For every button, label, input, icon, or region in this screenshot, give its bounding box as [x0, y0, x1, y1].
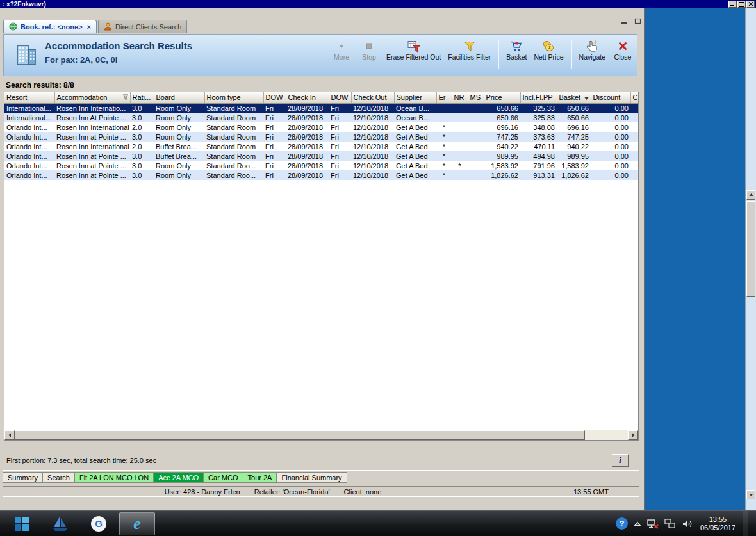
taskbar-app-sailboat[interactable]	[42, 512, 78, 535]
taskbar-app-windows-logo[interactable]	[4, 512, 40, 535]
maximize-icon	[739, 2, 744, 7]
cell-rating: 2.0	[130, 142, 154, 151]
minimize-button[interactable]	[728, 1, 737, 8]
col-header-basket[interactable]: Basket	[557, 92, 591, 103]
cell-price: 1,826.62	[484, 170, 520, 180]
toolbar-erase-filtered-out[interactable]: Erase Filtered Out	[386, 39, 441, 61]
tray-help-button[interactable]: ?	[616, 517, 628, 530]
result-row-8[interactable]: Orlando Int...Rosen Inn at Pointe ...3.0…	[4, 170, 639, 180]
bottom-tab-search[interactable]: Search	[43, 472, 75, 483]
col-header-discount[interactable]: Discount	[591, 92, 630, 103]
col-header-c[interactable]: C	[630, 92, 639, 103]
system-tray: ? 13:55 06/05/2017	[616, 511, 748, 536]
tab-close-icon[interactable]: ×	[87, 23, 91, 31]
scroll-left-button[interactable]	[4, 430, 15, 440]
col-header-ms[interactable]: MS	[468, 92, 484, 103]
close-button[interactable]	[746, 1, 755, 8]
cell-er: *	[436, 161, 452, 170]
toolbar-basket[interactable]: Basket	[506, 39, 527, 61]
maximize-button[interactable]	[737, 1, 746, 8]
toolbar-facilities-filter[interactable]: Facilities Filter	[448, 39, 491, 61]
scroll-right-button[interactable]	[628, 430, 638, 440]
col-header-check-in[interactable]: Check In	[286, 92, 329, 103]
mdi-tabbar: Book. ref.: <none>×Direct Clients Search	[3, 19, 639, 33]
cell-nr	[452, 103, 468, 113]
tab-direct-clients-search[interactable]: Direct Clients Search	[98, 20, 187, 33]
col-header-dow-out[interactable]: DOW	[329, 92, 351, 103]
col-header-incl-fl-pp[interactable]: Incl.Fl.PP	[520, 92, 557, 103]
result-row-1[interactable]: International...Rosen Inn Internatio...3…	[4, 103, 639, 113]
erase-filter-icon	[407, 40, 420, 53]
tab-book-ref-none[interactable]: Book. ref.: <none>×	[3, 20, 97, 33]
taskbar-app-ie-e[interactable]: e	[119, 512, 155, 535]
tray-net-button[interactable]	[664, 519, 676, 529]
cell-dow-in: Fri	[263, 151, 286, 161]
cell-accommodation: Rosen Inn International	[54, 142, 130, 151]
col-header-dow-in[interactable]: DOW	[263, 92, 286, 103]
cell-rating: 3.0	[130, 132, 154, 142]
toolbar-label: Stop	[362, 53, 376, 61]
result-row-5[interactable]: Orlando Int...Rosen Inn International2.0…	[4, 142, 639, 151]
result-row-2[interactable]: International...Rosen Inn At Pointe ...3…	[4, 113, 639, 122]
scroll-track[interactable]	[15, 430, 628, 440]
col-header-price[interactable]: Price	[484, 92, 520, 103]
cell-c	[630, 122, 639, 132]
nett-price-icon	[542, 40, 555, 53]
column-sort-icon[interactable]	[584, 95, 589, 102]
col-header-er[interactable]: Er	[436, 92, 452, 103]
col-header-supplier[interactable]: Supplier	[394, 92, 436, 103]
cell-price: 940.22	[484, 142, 520, 151]
toolbar-navigate[interactable]: Navigate	[579, 39, 605, 61]
tray-net-x-button[interactable]	[647, 519, 659, 529]
cell-board: Room Only	[154, 122, 204, 132]
taskbar-clock[interactable]: 13:55 06/05/2017	[700, 516, 735, 532]
column-filter-icon[interactable]	[122, 94, 129, 102]
tray-vol-button[interactable]	[682, 519, 693, 529]
col-label: Board	[156, 93, 175, 101]
cell-accommodation: Rosen Inn At Pointe ...	[54, 113, 130, 122]
tab-label: Direct Clients Search	[115, 23, 181, 31]
cell-incl-fl-pp: 373.63	[520, 132, 557, 142]
col-header-rating[interactable]: Rati...	[130, 92, 154, 103]
bottom-tab-financial-summary[interactable]: Financial Summary	[277, 472, 347, 483]
result-row-7[interactable]: Orlando Int...Rosen Inn at Pointe ...3.0…	[4, 161, 639, 170]
mdi-restore-button[interactable]	[633, 17, 643, 25]
scroll-thumb[interactable]	[746, 201, 755, 297]
bottom-tab-summary[interactable]: Summary	[3, 472, 43, 483]
scroll-down-button[interactable]	[746, 490, 755, 499]
show-desktop-button[interactable]	[743, 511, 748, 536]
col-header-nr[interactable]: NR	[452, 92, 468, 103]
cell-check-out: 12/10/2018	[351, 142, 394, 151]
desktop-scrollbar[interactable]	[745, 8, 756, 510]
results-table-panel: ResortAccommodationRati...BoardRoom type…	[4, 92, 639, 441]
cell-incl-fl-pp: 913.31	[520, 170, 557, 180]
tray-hidden-button[interactable]	[634, 521, 641, 527]
bottom-tab-acc-2a-mco[interactable]: Acc 2A MCO	[154, 472, 204, 483]
bottom-tab-car-mco[interactable]: Car MCO	[204, 472, 243, 483]
taskbar-app-chrome-g[interactable]: G	[81, 512, 117, 535]
mdi-minimize-button[interactable]	[620, 17, 629, 25]
more-icon	[336, 41, 347, 51]
result-row-3[interactable]: Orlando Int...Rosen Inn International2.0…	[4, 122, 639, 132]
result-row-6[interactable]: Orlando Int...Rosen Inn at Pointe ...3.0…	[4, 151, 639, 161]
col-header-board[interactable]: Board	[154, 92, 204, 103]
cell-accommodation: Rosen Inn at Pointe ...	[54, 132, 130, 142]
col-header-accommodation[interactable]: Accommodation	[54, 92, 130, 103]
window-titlebar[interactable]: : x?2Fnkwuvr)	[0, 0, 756, 8]
scroll-up-button[interactable]	[746, 190, 755, 200]
info-button[interactable]: i	[612, 454, 629, 467]
col-header-resort[interactable]: Resort	[4, 92, 54, 103]
cell-dow-out: Fri	[329, 132, 351, 142]
bottom-tab-flt-2a-lon-mco-lon[interactable]: Flt 2A LON MCO LON	[75, 472, 154, 483]
minimize-icon	[730, 2, 735, 6]
col-header-check-out[interactable]: Check Out	[351, 92, 394, 103]
result-row-4[interactable]: Orlando Int...Rosen Inn at Pointe ...3.0…	[4, 132, 639, 142]
col-header-room-type[interactable]: Room type	[204, 92, 263, 103]
bottom-tab-tour-2a[interactable]: Tour 2A	[243, 472, 277, 483]
cell-resort: Orlando Int...	[4, 170, 54, 180]
scroll-thumb[interactable]	[15, 430, 585, 440]
toolbar-nett-price[interactable]: Nett Price	[534, 39, 563, 61]
toolbar-close[interactable]: Close	[612, 39, 633, 61]
arrow-right-icon	[631, 433, 636, 437]
cell-price: 696.16	[484, 122, 520, 132]
